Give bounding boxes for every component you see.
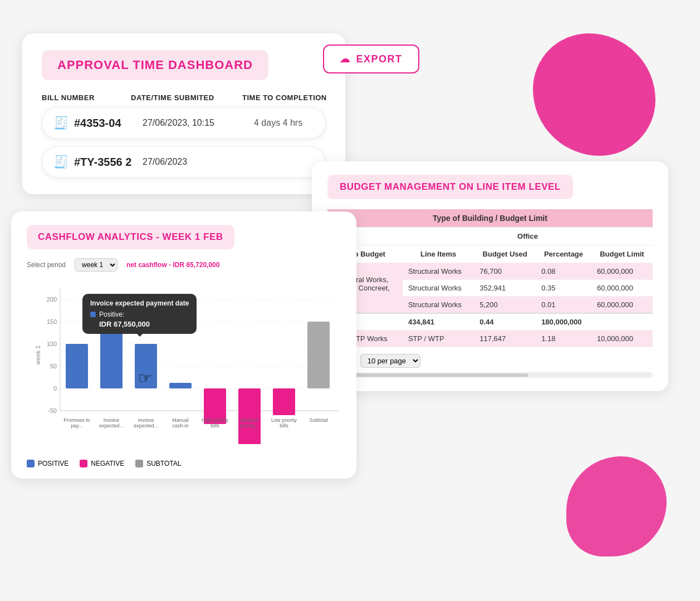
bill-completion: 4 days 4 hrs	[254, 118, 365, 128]
period-select[interactable]: week 1 week 2 week 3	[75, 258, 118, 272]
svg-rect-21	[273, 388, 295, 415]
svg-text:0: 0	[53, 385, 57, 392]
cashflow-title: CASHFLOW ANALYTICS - WEEK 1 FEB	[38, 231, 223, 242]
col-percentage-label: Percentage	[536, 245, 591, 263]
budget-title: BUDGET MANAGEMENT ON LINE ITEM LEVEL	[340, 181, 561, 192]
svg-text:Medium: Medium	[241, 417, 258, 423]
svg-text:-50: -50	[48, 407, 57, 414]
negative-color-swatch	[80, 460, 87, 467]
svg-text:High priority: High priority	[202, 417, 229, 423]
svg-text:50: 50	[50, 363, 57, 370]
net-cashflow-label: net cashflow - IDR 65,720,000	[126, 261, 219, 269]
svg-text:100: 100	[47, 341, 57, 347]
svg-rect-20	[238, 388, 261, 444]
budget-used-cell: 5,200	[474, 297, 536, 314]
budget-used-cell: 352,941	[474, 280, 536, 297]
tooltip-value: IDR 67,550,000	[99, 320, 189, 328]
svg-text:priority...: priority...	[240, 423, 259, 428]
percentage-cell: 0.08	[536, 263, 591, 280]
col-line-items-label: Line Items	[403, 245, 474, 263]
table-row: Structural Works,Steel & Concreet,Labour…	[327, 263, 653, 280]
legend-positive: POSITIVE	[27, 460, 68, 467]
budget-table: Type of Building / Budget Limit Office S…	[327, 209, 653, 347]
subtotal-label: SUBTOTAL	[146, 460, 181, 467]
svg-text:expected...: expected...	[99, 423, 124, 428]
bill-id: #TY-3556 2	[74, 156, 131, 169]
svg-text:200: 200	[47, 296, 57, 303]
tooltip-title: Invoice expected payment date	[90, 299, 189, 307]
cashflow-title-box: CASHFLOW ANALYTICS - WEEK 1 FEB	[27, 225, 234, 249]
legend-negative: NEGATIVE	[80, 460, 124, 467]
total-row: Total 434,841 0.44 180,000,000	[327, 313, 653, 331]
approval-dashboard-card: APPROVAL TIME DASHBOARD BILL NUMBER DATE…	[22, 33, 345, 194]
percentage-cell: 0.35	[536, 280, 591, 297]
type-header: Type of Building / Budget Limit	[327, 209, 653, 228]
svg-text:pay...: pay...	[71, 423, 82, 428]
approval-title-box: APPROVAL TIME DASHBOARD	[42, 50, 268, 80]
cloud-upload-icon: ☁	[340, 53, 351, 65]
tooltip-legend-row: Positive:	[90, 311, 189, 318]
bill-id: #4353-04	[74, 117, 121, 130]
partial-line-items: STP / WTP	[403, 331, 474, 347]
svg-text:Low priority: Low priority	[271, 417, 297, 423]
partial-budget-used: 117,647	[474, 331, 536, 347]
table-row: 🧾 #TY-3556 2 27/06/2023	[42, 146, 326, 178]
bill-date: 27/06/2023	[143, 157, 254, 167]
budget-limit-cell: 60,000,000	[591, 263, 653, 280]
svg-text:Manual: Manual	[172, 417, 189, 423]
bill-date: 27/06/2023, 10:15	[143, 118, 254, 128]
partial-budget-limit: 10,000,000	[591, 331, 653, 347]
budget-management-card: BUDGET MANAGEMENT ON LINE ITEM LEVEL Typ…	[312, 161, 668, 391]
select-period-label: Select period	[27, 261, 66, 269]
export-label: EXPORT	[356, 53, 403, 65]
budget-limit-cell: 60,000,000	[591, 297, 653, 314]
receipt-icon: 🧾	[53, 155, 68, 169]
cashflow-analytics-card: CASHFLOW ANALYTICS - WEEK 1 FEB Select p…	[11, 211, 356, 479]
svg-text:week 1: week 1	[35, 346, 41, 366]
main-scene: ☁ EXPORT APPROVAL TIME DASHBOARD BILL NU…	[0, 0, 700, 601]
svg-text:bills: bills	[280, 423, 288, 428]
chart-area: Invoice expected payment date Positive: …	[27, 277, 341, 455]
bill-number-cell: 🧾 #TY-3556 2	[53, 155, 143, 169]
total-budget-used: 434,841	[403, 313, 474, 331]
positive-label: POSITIVE	[38, 460, 68, 467]
chart-legend: POSITIVE NEGATIVE SUBTOTAL	[27, 460, 341, 467]
col-office: Office	[403, 228, 653, 245]
budget-title-box: BUDGET MANAGEMENT ON LINE ITEM LEVEL	[327, 175, 573, 199]
table-row: 🧾 #4353-04 27/06/2023, 10:15 4 days 4 hr…	[42, 107, 326, 139]
svg-text:expected...: expected...	[134, 423, 158, 428]
svg-text:cash-in: cash-in	[172, 423, 188, 428]
svg-text:Promises to: Promises to	[63, 417, 90, 423]
col-time-completion: TIME TO COMPLETION	[242, 93, 354, 102]
approval-title: APPROVAL TIME DASHBOARD	[57, 58, 253, 72]
svg-text:Subtotal: Subtotal	[309, 417, 327, 423]
svg-text:Invoice: Invoice	[104, 417, 120, 423]
partial-percentage: 1.18	[536, 331, 591, 347]
negative-label: NEGATIVE	[91, 460, 124, 467]
export-button[interactable]: ☁ EXPORT	[323, 45, 419, 73]
chart-tooltip: Invoice expected payment date Positive: …	[82, 294, 197, 334]
decorative-blob-bottom	[566, 456, 667, 556]
line-items-cell: Structural Works	[403, 280, 474, 297]
cashflow-controls: Select period week 1 week 2 week 3 net c…	[27, 258, 341, 272]
tooltip-legend-label: Positive:	[99, 311, 124, 318]
svg-text:150: 150	[47, 318, 57, 325]
col-budget-limit-label: Budget Limit	[591, 245, 653, 263]
svg-text:bills: bills	[211, 423, 219, 428]
subtotal-color-swatch	[135, 460, 143, 467]
legend-subtotal: SUBTOTAL	[135, 460, 181, 467]
per-page-select[interactable]: 10 per page 20 per page 50 per page	[360, 354, 420, 368]
decorative-blob-top	[533, 33, 655, 156]
svg-rect-16	[135, 344, 157, 346]
svg-rect-22	[307, 322, 330, 388]
approval-table-headers: BILL NUMBER DATE/TIME SUBMITED TIME TO C…	[42, 93, 326, 102]
budget-used-cell: 76,700	[474, 263, 536, 280]
budget-limit-cell: 60,000,000	[591, 280, 653, 297]
bill-number-cell: 🧾 #4353-04	[53, 116, 143, 130]
tooltip-legend-dot	[90, 312, 96, 317]
svg-rect-14	[66, 344, 88, 388]
pagination-row: ‹ › 10 per page 20 per page 50 per page	[327, 354, 653, 368]
total-percentage: 0.44	[474, 313, 536, 331]
col-budget-used-label: Budget Used	[474, 245, 536, 263]
horizontal-scrollbar[interactable]	[327, 372, 653, 378]
